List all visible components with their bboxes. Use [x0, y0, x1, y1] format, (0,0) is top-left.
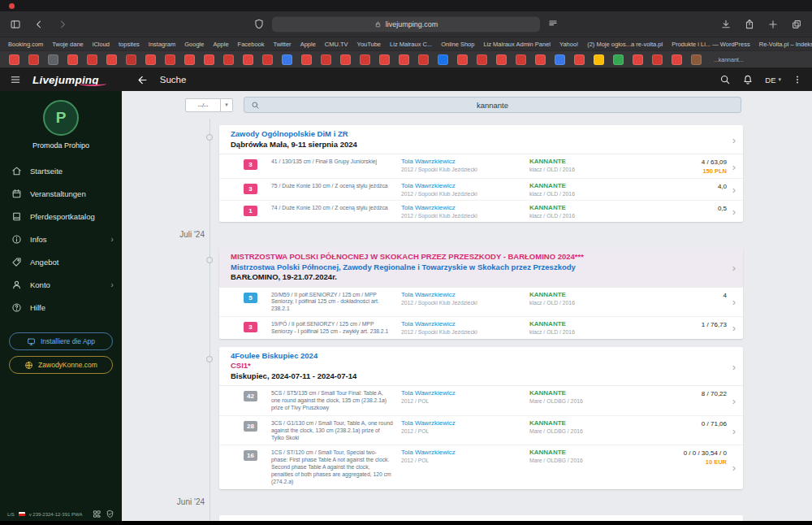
horse-name[interactable]: KANNANTE	[529, 204, 641, 211]
language-selector[interactable]: DE ▾	[765, 76, 781, 85]
horse-name[interactable]: KANNANTE	[529, 449, 641, 456]
favorite-favicon[interactable]	[165, 54, 175, 65]
favorite-favicon[interactable]	[184, 54, 195, 65]
result-row[interactable]: 161CS / ST/120 cm / Small Tour, Special …	[219, 445, 743, 488]
bookmark-item[interactable]: iCloud	[93, 41, 110, 48]
reader-icon[interactable]	[547, 19, 559, 30]
qr-code-icon[interactable]	[93, 510, 102, 518]
bookmark-item[interactable]: Booking.com	[8, 41, 43, 48]
back-button[interactable]	[136, 74, 149, 86]
share-icon[interactable]	[744, 19, 755, 30]
event-header[interactable]: MISTRZOSTWA POLSKI PÓŁNOCNEJ W SKOKACH P…	[219, 248, 743, 288]
favorite-favicon[interactable]	[613, 54, 624, 65]
horse-name[interactable]: KANNANTE	[529, 320, 641, 328]
result-row[interactable]: 520/M59 / II półf.SENIORZY / 125 cm / MP…	[219, 288, 743, 317]
avatar[interactable]: P	[43, 100, 79, 136]
bookmark-item[interactable]: Apple	[300, 41, 316, 48]
favorite-favicon[interactable]	[477, 54, 487, 65]
rider-name[interactable]: Tola Wawrzkiewicz	[401, 204, 521, 211]
favorite-favicon[interactable]	[438, 54, 448, 65]
bookmark-item[interactable]: Yahoo!	[559, 41, 578, 48]
privacy-shield-icon[interactable]	[253, 19, 265, 30]
horse-name[interactable]: KANNANTE	[529, 291, 641, 298]
bookmark-item[interactable]: Twitter	[274, 41, 292, 48]
favorite-favicon[interactable]	[496, 54, 507, 65]
favorite-favicon[interactable]	[574, 54, 585, 65]
rider-name[interactable]: Tola Wawrzkiewicz	[401, 182, 521, 189]
bookmark-item[interactable]: topsites	[119, 41, 140, 48]
bookmark-item[interactable]: Liz Malraux Admin Panel	[483, 41, 551, 48]
favorite-favicon[interactable]	[262, 54, 273, 65]
horse-name[interactable]: KANNANTE	[529, 419, 641, 427]
favorite-favicon[interactable]	[691, 54, 702, 65]
date-dropdown-caret[interactable]: ▾	[221, 98, 233, 112]
sidebar-toggle-icon[interactable]	[10, 19, 21, 30]
menu-hamburger-icon[interactable]	[10, 74, 21, 85]
address-bar[interactable]: livejumping.com	[272, 16, 540, 32]
rider-name[interactable]: Tola Wawrzkiewicz	[401, 320, 521, 328]
install-app-button[interactable]: Installiere die App	[9, 332, 113, 350]
bookmark-item[interactable]: Liz Malraux C...	[390, 41, 432, 48]
result-row[interactable]: 319/PÓ / II półf.SENIORZY / 125 cm / MPP…	[219, 317, 743, 339]
horse-name[interactable]: KANNANTE	[529, 158, 641, 165]
date-filter-input[interactable]: --/--	[185, 98, 221, 112]
result-row[interactable]: 283CS / G1/130 cm / Small Tour, Table A,…	[219, 416, 743, 445]
favorite-favicon[interactable]	[535, 54, 546, 65]
bookmark-item[interactable]: Re-Volta.pl – Indeks	[759, 41, 812, 48]
favorite-favicon[interactable]	[633, 54, 643, 65]
favorite-favicon[interactable]	[652, 54, 663, 65]
sidebar-item-konto[interactable]: Konto ›	[0, 273, 122, 296]
sidebar-item-hilfe[interactable]: Hilfe	[0, 296, 122, 319]
bookmark-item[interactable]: Twoje dane	[52, 41, 83, 48]
result-row[interactable]: 375 / Duże Konie 130 cm / Z oceną stylu …	[219, 179, 743, 201]
rider-name[interactable]: Tola Wawrzkiewicz	[401, 158, 521, 165]
favorite-favicon[interactable]	[399, 54, 409, 65]
favorite-favicon[interactable]	[9, 54, 19, 65]
favorite-favicon[interactable]	[379, 54, 390, 65]
kebab-menu-icon[interactable]	[793, 74, 802, 85]
sidebar-item-angebot[interactable]: Angebot	[0, 250, 122, 273]
favorites-tab-label[interactable]: ...kannant...	[714, 57, 744, 63]
result-row[interactable]: 425CS / ST5/135 cm / Small Tour Final: T…	[219, 386, 743, 415]
favorite-favicon[interactable]	[301, 54, 312, 65]
bookmark-item[interactable]: (2) Moje ogłos...a re-volta.pl	[587, 41, 663, 48]
horse-name[interactable]: KANNANTE	[529, 182, 641, 189]
favorite-favicon[interactable]	[340, 54, 351, 65]
result-row[interactable]: 341 / 130/135 cm / Finał B Grupy Juniors…	[219, 154, 743, 179]
event-header[interactable]: Zawody Ogólnopolskie DiM i ZRDąbrówka Ma…	[219, 125, 743, 154]
bookmark-item[interactable]: Produkte i Li... — WordPress	[672, 41, 750, 48]
horse-name[interactable]: KANNANTE	[529, 389, 641, 397]
rider-name[interactable]: Tola Wawrzkiewicz	[401, 419, 521, 427]
rider-name[interactable]: Tola Wawrzkiewicz	[401, 291, 521, 298]
favorite-favicon[interactable]	[87, 54, 97, 65]
back-nav-icon[interactable]	[33, 19, 45, 30]
favorite-favicon[interactable]	[48, 54, 58, 65]
bookmark-item[interactable]: Online Shop	[441, 41, 474, 48]
forward-nav-icon[interactable]	[57, 19, 68, 30]
notifications-bell-icon[interactable]	[742, 74, 754, 85]
downloads-icon[interactable]	[720, 19, 732, 30]
favorite-favicon[interactable]	[282, 54, 292, 65]
favorite-favicon[interactable]	[223, 54, 234, 65]
rider-name[interactable]: Tola Wawrzkiewicz	[401, 449, 521, 456]
zawodykonne-button[interactable]: ZawodyKonne.com	[9, 356, 113, 374]
sidebar-item-veranstaltungen[interactable]: Veranstaltungen	[0, 182, 122, 205]
tab-overview-icon[interactable]	[791, 19, 802, 30]
bookmark-item[interactable]: Google	[184, 41, 204, 48]
result-row[interactable]: 174 / Duże Konie 120 cm / Z oceną stylu …	[219, 201, 743, 222]
sidebar-item-infos[interactable]: Infos ›	[0, 228, 122, 250]
favorite-favicon[interactable]	[555, 54, 565, 65]
favorite-favicon[interactable]	[126, 54, 136, 65]
search-icon[interactable]	[719, 74, 731, 85]
favorite-favicon[interactable]	[243, 54, 253, 65]
bookmark-item[interactable]: Facebook	[238, 41, 265, 48]
shield-check-icon[interactable]	[106, 510, 114, 518]
favorite-favicon[interactable]	[28, 54, 39, 65]
favorite-favicon[interactable]	[145, 54, 156, 65]
bookmark-item[interactable]: YouTube	[357, 41, 381, 48]
event-header[interactable]: 4Foulee Biskupiec 2024CSI1*Biskupiec, 20…	[219, 347, 743, 387]
favorite-favicon[interactable]	[204, 54, 214, 65]
favorite-favicon[interactable]	[321, 54, 331, 65]
search-input[interactable]: kannante	[244, 97, 741, 113]
bookmark-item[interactable]: Apple	[213, 41, 228, 48]
